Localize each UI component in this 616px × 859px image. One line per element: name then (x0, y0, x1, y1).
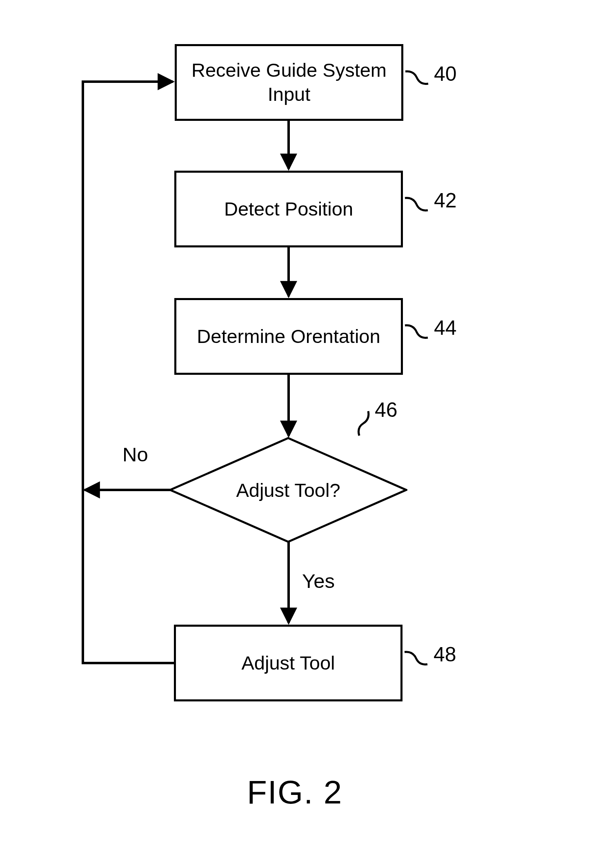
ref-42: 42 (434, 189, 457, 212)
flowchart-canvas: Receive Guide SystemInput 40 Detect Posi… (0, 0, 616, 859)
flow-arrows (0, 0, 616, 859)
node-label: Adjust Tool? (169, 437, 407, 543)
node-adjust-tool: Adjust Tool (174, 625, 403, 701)
node-determine-orientation: Determine Orentation (174, 298, 403, 375)
node-label: Receive Guide SystemInput (191, 58, 387, 107)
node-label: Determine Orentation (197, 325, 380, 349)
node-receive-guide-system-input: Receive Guide SystemInput (175, 44, 403, 121)
edge-label-yes: Yes (302, 570, 335, 592)
ref-48: 48 (434, 643, 456, 666)
ref-40: 40 (434, 62, 457, 86)
ref-46: 46 (375, 398, 398, 422)
edge-label-no: No (122, 443, 148, 466)
node-adjust-tool-decision: Adjust Tool? (169, 437, 407, 543)
node-detect-position: Detect Position (174, 171, 403, 247)
node-label: Adjust Tool (241, 651, 335, 675)
figure-label: FIG. 2 (247, 774, 342, 811)
node-label: Detect Position (224, 197, 353, 221)
ref-44: 44 (434, 316, 457, 340)
